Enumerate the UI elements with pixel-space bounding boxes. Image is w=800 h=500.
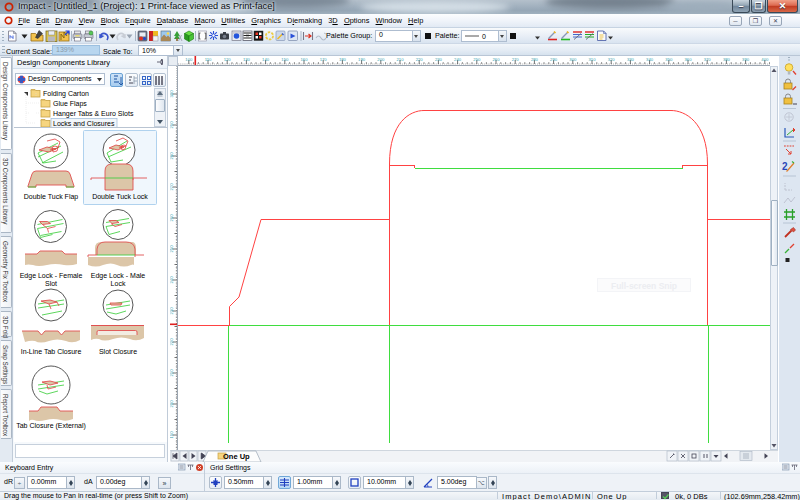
- svg-text:Edge Lock - Male: Edge Lock - Male: [91, 272, 146, 280]
- svg-text:380: 380: [723, 57, 731, 62]
- svg-text:Lock: Lock: [111, 280, 126, 287]
- svg-text:300: 300: [569, 57, 577, 62]
- svg-text:200: 200: [170, 400, 174, 408]
- svg-text:One Up: One Up: [223, 452, 250, 461]
- svg-text:Locks and Closures: Locks and Closures: [53, 120, 115, 127]
- svg-text:150: 150: [281, 57, 289, 62]
- svg-text:350: 350: [665, 57, 673, 62]
- svg-text:280: 280: [170, 152, 174, 160]
- svg-text:210: 210: [397, 57, 405, 62]
- svg-text:190: 190: [170, 431, 174, 439]
- svg-text:370: 370: [704, 57, 712, 62]
- svg-text:Double Tuck Flap: Double Tuck Flap: [24, 193, 79, 201]
- svg-text:230: 230: [435, 57, 443, 62]
- svg-text:240: 240: [170, 276, 174, 284]
- svg-text:Edge Lock - Female: Edge Lock - Female: [20, 272, 83, 280]
- svg-text:220: 220: [170, 338, 174, 346]
- svg-text:170: 170: [320, 57, 328, 62]
- svg-text:Hanger Tabs & Euro Slots: Hanger Tabs & Euro Slots: [53, 110, 134, 118]
- svg-text:180: 180: [339, 57, 347, 62]
- svg-text:210: 210: [170, 369, 174, 377]
- svg-text:250: 250: [170, 245, 174, 253]
- svg-text:160: 160: [301, 57, 309, 62]
- svg-text:220: 220: [416, 57, 424, 62]
- svg-text:Double Tuck Lock: Double Tuck Lock: [92, 193, 148, 200]
- svg-text:110: 110: [205, 57, 212, 62]
- svg-text:270: 270: [512, 57, 520, 62]
- svg-text:Tab Closure (External): Tab Closure (External): [16, 422, 86, 430]
- svg-text:390: 390: [742, 57, 750, 62]
- svg-text:250: 250: [473, 57, 481, 62]
- svg-text:260: 260: [170, 214, 174, 222]
- svg-text:0: 0: [482, 32, 486, 39]
- svg-text:290: 290: [550, 57, 558, 62]
- svg-text:280: 280: [531, 57, 539, 62]
- svg-text:Slot Closure: Slot Closure: [99, 348, 137, 355]
- svg-text:140: 140: [262, 57, 270, 62]
- svg-text:230: 230: [170, 307, 174, 315]
- svg-text:360: 360: [685, 57, 693, 62]
- svg-text:Glue Flaps: Glue Flaps: [53, 100, 87, 108]
- svg-text:240: 240: [454, 57, 462, 62]
- svg-text:Slot: Slot: [45, 280, 57, 287]
- svg-text:Palette:: Palette:: [435, 31, 459, 40]
- svg-text:130: 130: [243, 57, 251, 62]
- svg-text:290: 290: [170, 121, 174, 129]
- svg-text:In-Line Tab Closure: In-Line Tab Closure: [21, 348, 82, 355]
- svg-text:270: 270: [170, 183, 174, 191]
- svg-text:260: 260: [493, 57, 501, 62]
- svg-text:Palette Group:: Palette Group:: [326, 31, 372, 40]
- svg-text:Folding Carton: Folding Carton: [43, 90, 89, 98]
- svg-text:320: 320: [608, 57, 616, 62]
- svg-text:190: 190: [358, 57, 366, 62]
- svg-text:310: 310: [589, 57, 597, 62]
- svg-text:330: 330: [627, 57, 635, 62]
- svg-text:340: 340: [646, 57, 654, 62]
- svg-text:400: 400: [761, 57, 769, 62]
- svg-text:100: 100: [185, 57, 193, 62]
- svg-text:200: 200: [377, 57, 385, 62]
- svg-text:120: 120: [224, 57, 232, 62]
- svg-text:300: 300: [170, 90, 174, 98]
